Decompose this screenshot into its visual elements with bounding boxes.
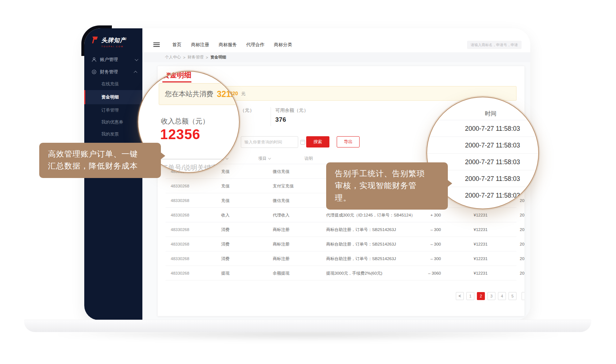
cell-desc: 提现3000元，手续费2%(60元) xyxy=(326,270,382,276)
pagination-page-1[interactable]: 1 xyxy=(466,292,474,300)
col-project-label: 项目 xyxy=(258,156,267,161)
export-button[interactable]: 导出 xyxy=(337,136,360,147)
cell-balance: ¥12231 xyxy=(474,213,487,217)
cell-amount: – 300 xyxy=(398,256,441,261)
cell-balance: ¥12231 xyxy=(474,271,487,275)
time-input-box[interactable] xyxy=(241,136,298,148)
callout-left-line: 汇总数据，降低财务成本 xyxy=(48,160,152,172)
stat-divider xyxy=(271,107,271,126)
table-row[interactable]: 48330268 收入 代理收入 代理提成300元（ID:1245，订单号：SB… xyxy=(166,208,516,222)
cell-project: 微信充值 xyxy=(273,198,289,203)
pagination-page-5[interactable]: 5 xyxy=(508,292,516,300)
cell-project: 商标注册 xyxy=(273,227,289,232)
top-navbar: 首页 商标注册 商标服务 代理合作 商标分类 xyxy=(142,28,530,52)
cell-type: 充值 xyxy=(221,183,230,189)
cell-amount: – 300 xyxy=(398,227,441,232)
sidebar-item-label: 财务管理 xyxy=(100,69,131,75)
cell-balance: ¥12231 xyxy=(474,256,487,261)
cell-time: 2000-7-27 11:58:03 xyxy=(520,242,525,246)
caret-down-icon xyxy=(268,157,271,159)
sidebar-item-coupons[interactable]: 我的优惠券 xyxy=(84,116,142,128)
breadcrumb: 个人中心 > 财务管理 > 资金明细 xyxy=(142,52,530,62)
stat-balance: 可用余额（元） 376 xyxy=(275,107,308,124)
search-input[interactable] xyxy=(467,41,522,49)
pagination-prev-button[interactable]: < xyxy=(456,292,464,300)
cell-time: 2000-7-27 11:58:03 xyxy=(520,256,525,261)
calendar-icon xyxy=(300,140,305,145)
callout-left-line: 高效管理账户订单、一键 xyxy=(48,148,152,160)
cell-project: 微信充值 xyxy=(273,169,289,174)
cell-time: 2000-7-27 11:58:03 xyxy=(520,213,525,217)
hamburger-icon[interactable] xyxy=(153,43,160,47)
chevron-up-icon xyxy=(134,70,137,74)
table-row[interactable]: 48330268 提现 余额提现 提现3000元，手续费2%(60元) – 30… xyxy=(166,266,516,280)
nav-item-trademark-category[interactable]: 商标分类 xyxy=(274,42,292,48)
cell-project: 商标注册 xyxy=(273,256,289,261)
magnified-banner-prefix: 您在本站共消费 xyxy=(165,89,213,99)
caret-down-icon xyxy=(226,157,228,159)
sidebar-item-invoices[interactable]: 我的发票 xyxy=(84,128,142,140)
brand-logo[interactable]: 头牌知产 TOUPAI.COM xyxy=(84,28,142,48)
pagination-page-4[interactable]: 4 xyxy=(498,292,506,300)
magnified-income-value: 12356 xyxy=(160,127,200,142)
pagination-next-clipped[interactable] xyxy=(522,292,525,300)
table-row[interactable]: 48330268 消费 商标注册 商标自助注册，订单号：SB2514263J –… xyxy=(166,222,516,237)
time-input[interactable] xyxy=(244,140,300,144)
callout-right-arrow xyxy=(447,180,452,187)
breadcrumb-item-current: 资金明细 xyxy=(210,54,226,60)
cell-type: 收入 xyxy=(221,212,230,218)
search-button[interactable]: 搜索 xyxy=(306,136,329,147)
cell-amount: + 300 xyxy=(398,213,441,217)
brand-name: 头牌知产 xyxy=(101,36,126,45)
stat-balance-label: 可用余额（元） xyxy=(275,107,308,114)
nav-item-trademark-service[interactable]: 商标服务 xyxy=(219,42,237,48)
table-row[interactable]: 48330268 消费 商标注册 商标自助注册，订单号：SB2514263J –… xyxy=(166,251,516,266)
table-row[interactable]: 48330268 消费 商标注册 商标自助注册，订单号：SB2514263J –… xyxy=(166,237,516,251)
chevron-down-icon xyxy=(135,57,138,61)
cell-time: 2000-7-27 11:58:03 xyxy=(520,271,525,275)
breadcrumb-item[interactable]: 个人中心 xyxy=(165,54,181,60)
user-icon xyxy=(92,57,97,62)
nav-item-trademark-register[interactable]: 商标注册 xyxy=(191,42,209,48)
breadcrumb-item[interactable]: 财务管理 xyxy=(187,54,203,60)
cell-time: 2000-7-27 11:58:03 xyxy=(520,227,525,232)
cell-type: 消费 xyxy=(221,256,230,261)
callout-right: 告别手工统计、告别繁琐 审核，实现智能财务管 理。 xyxy=(326,162,448,210)
cell-order: 48330268 xyxy=(171,256,189,261)
cell-type: 充值 xyxy=(221,169,230,174)
pagination-page-2[interactable]: 2 xyxy=(477,292,485,300)
magnified-time-row: 2000-7-27 11:58:03 xyxy=(426,137,539,154)
pagination: < 1 2 3 4 5 xyxy=(166,292,516,300)
nav-item-agency[interactable]: 代理合作 xyxy=(246,42,264,48)
breadcrumb-separator: > xyxy=(206,55,208,60)
stat-partial-label: （元） xyxy=(240,107,254,114)
magnified-income-label: 收入总额（元） xyxy=(161,117,209,126)
stat-balance-value: 376 xyxy=(275,116,308,124)
cell-project: 余额提现 xyxy=(273,270,289,276)
col-project[interactable]: 项目 xyxy=(258,156,271,161)
sidebar-item-finance[interactable]: 财务管理 xyxy=(84,66,142,78)
laptop-base xyxy=(24,320,591,332)
sidebar-item-fund-details[interactable]: 资金明细 xyxy=(84,90,142,104)
sidebar-item-online-recharge[interactable]: 在线充值 xyxy=(84,78,142,90)
cell-type: 消费 xyxy=(221,227,230,232)
cell-desc: 商标自助注册，订单号：SB2514263J xyxy=(326,227,396,232)
cell-order: 48330268 xyxy=(171,227,189,232)
cell-project: 支付宝充值 xyxy=(273,183,294,189)
nav-item-home[interactable]: 首页 xyxy=(172,42,182,48)
cell-balance: ¥12231 xyxy=(474,242,487,246)
cell-type: 提现 xyxy=(221,270,230,276)
cell-type: 消费 xyxy=(221,241,230,247)
cell-desc: 商标自助注册，订单号：SB2514263J xyxy=(326,256,396,261)
cell-order: 48330268 xyxy=(171,271,189,275)
sidebar-item-account[interactable]: 账户管理 xyxy=(84,53,142,66)
cell-order: 48330268 xyxy=(171,198,189,203)
brand-logo-icon xyxy=(90,36,99,44)
sidebar-item-order-management[interactable]: 订单管理 xyxy=(84,104,142,116)
cell-order: 48330268 xyxy=(171,184,189,188)
cell-time: 2000-7-27 11:58:03 xyxy=(520,198,525,203)
consumption-unit: 元 xyxy=(241,91,246,96)
callout-left: 高效管理账户订单、一键 汇总数据，降低财务成本 xyxy=(39,143,161,178)
pagination-page-3[interactable]: 3 xyxy=(487,292,495,300)
cell-desc: 商标自助注册，订单号：SB2514263J xyxy=(326,241,396,247)
